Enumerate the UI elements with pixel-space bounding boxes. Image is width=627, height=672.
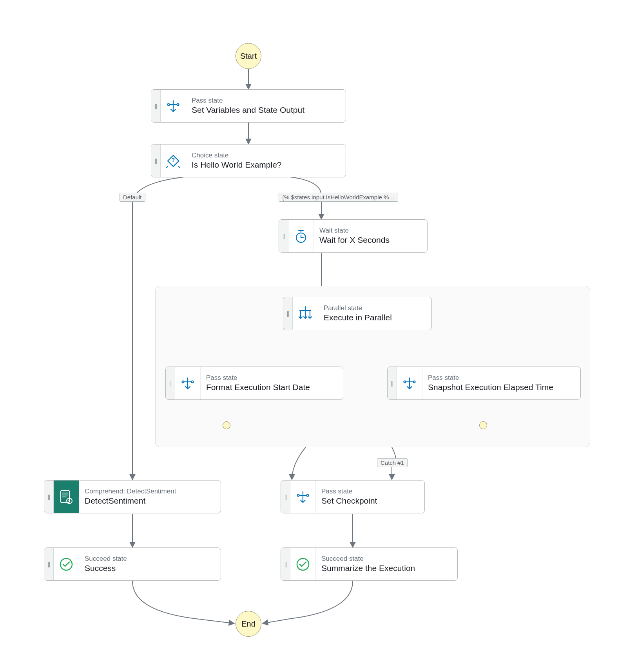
state-detect-sentiment[interactable]: || Comprehend: DetectSentiment DetectSen… [44,480,221,513]
state-type-label: Wait state [319,226,421,235]
drag-handle-icon[interactable]: || [281,548,290,580]
state-summarize[interactable]: || Succeed state Summarize the Execution [281,547,458,581]
state-choice[interactable]: || ? Choice state Is Hello World Example… [151,144,346,177]
state-type-label: Choice state [192,151,339,159]
state-title-label: Summarize the Execution [321,563,451,573]
svg-point-13 [60,558,72,570]
drag-handle-icon[interactable]: || [44,548,54,580]
drag-handle-icon[interactable]: || [279,220,288,252]
state-title-label: Is Hello World Example? [192,159,339,170]
drag-handle-icon[interactable]: || [281,481,290,513]
pass-icon [175,367,200,399]
state-title-label: Set Variables and State Output [192,105,339,115]
svg-point-0 [168,103,170,105]
svg-point-12 [307,494,309,496]
svg-text:?: ? [172,157,175,163]
pass-icon [161,90,186,122]
drag-handle-icon[interactable]: || [166,367,175,399]
drag-handle-icon[interactable]: || [388,367,397,399]
drag-handle-icon[interactable]: || [151,145,161,177]
state-title-label: Execute in Parallel [324,312,425,323]
state-title-label: Success [85,563,214,573]
edge-label-catch: Catch #1 [377,458,408,467]
state-snapshot[interactable]: || Pass state Snapshot Execution Elapsed… [387,367,581,400]
state-type-label: Pass state [428,374,574,382]
state-type-label: Pass state [321,487,418,495]
svg-point-6 [192,381,194,383]
state-success[interactable]: || Succeed state Success [44,547,221,581]
wait-icon [288,220,314,252]
state-set-vars[interactable]: || Pass state Set Variables and State Ou… [151,89,346,123]
state-wait[interactable]: || Wait state Wait for X Seconds [279,219,428,253]
choice-icon: ? [161,145,186,177]
state-type-label: Succeed state [321,555,451,563]
drag-handle-icon[interactable]: || [44,481,54,513]
pass-icon [397,367,422,399]
svg-point-1 [177,103,179,105]
state-title-label: DetectSentiment [85,495,214,506]
state-type-label: Succeed state [85,555,214,563]
svg-point-5 [182,381,184,383]
state-title-label: Wait for X Seconds [319,235,421,245]
end-terminal[interactable]: End [236,611,261,637]
state-title-label: Format Execution Start Date [206,382,337,392]
state-title-label: Set Checkpoint [321,495,418,506]
edge-label-condition: {% $states.input.IsHelloWorldExample %… [279,193,398,202]
svg-point-14 [297,558,309,570]
branch-end-dot [479,421,487,429]
succeed-icon [54,548,79,580]
start-label: Start [240,52,257,61]
pass-icon [290,481,315,513]
end-label: End [241,620,256,629]
state-set-checkpoint[interactable]: || Pass state Set Checkpoint [281,480,425,513]
parallel-icon [293,297,318,330]
drag-handle-icon[interactable]: || [151,90,161,122]
state-parallel[interactable]: || Parallel state Execute in Parallel [283,297,432,330]
state-type-label: Comprehend: DetectSentiment [85,487,214,495]
svg-point-11 [297,494,299,496]
svg-point-8 [413,381,415,383]
branch-end-dot [223,421,230,429]
edge-label-default: Default [120,193,145,202]
start-terminal[interactable]: Start [236,43,261,69]
state-format-date[interactable]: || Pass state Format Execution Start Dat… [165,367,343,400]
svg-point-7 [404,381,406,383]
drag-handle-icon[interactable]: || [283,297,293,330]
state-type-label: Parallel state [324,304,425,312]
state-title-label: Snapshot Execution Elapsed Time [428,382,574,392]
comprehend-icon [54,481,79,513]
succeed-icon [290,548,315,580]
state-type-label: Pass state [206,374,337,382]
state-type-label: Pass state [192,96,339,105]
